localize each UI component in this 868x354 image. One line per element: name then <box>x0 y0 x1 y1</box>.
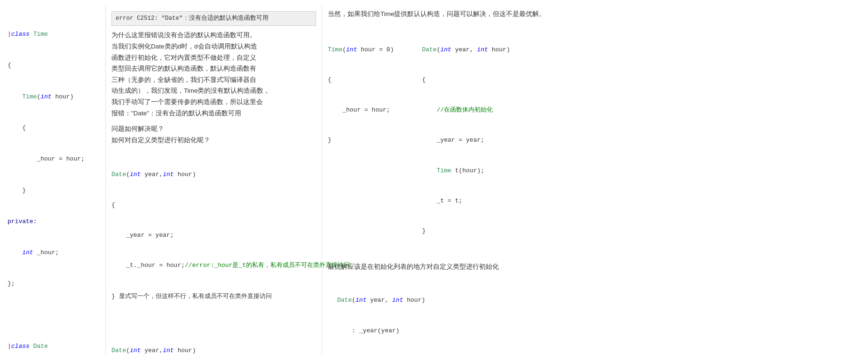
middle-panel: error C2512: "Date"：没有合适的默认构造函数可用 为什么这里报… <box>106 5 322 354</box>
code-block2: Date(int year,int hour) { 这样也不行， Error:类… <box>111 325 316 354</box>
code-block1: Date(int year,int hour) { _year = year; … <box>111 150 316 322</box>
error-box: error C2512: "Date"：没有合适的默认构造函数可用 <box>111 11 316 26</box>
question2: 如何对自定义类型进行初始化呢？ <box>111 135 316 146</box>
right-panel: 当然，如果我们给Time提供默认认构造，问题可以解决，但这不是最优解。 Time… <box>322 5 863 354</box>
best-solution-text: 最优解应该是在初始化列表的地方对自定义类型进行初始化 <box>328 261 858 273</box>
left-code-panel: |class Time { Time(int hour) { _hour = h… <box>5 5 106 354</box>
question1: 问题如何解决呢？ <box>111 123 316 135</box>
two-col-code: Time(int hour = 0) { _hour = hour; } Dat… <box>328 24 858 257</box>
code-right: Date(int year, int hour) { //在函数体内初始化 _y… <box>422 24 510 257</box>
intro-text: 当然，如果我们给Time提供默认认构造，问题可以解决，但这不是最优解。 <box>328 8 858 20</box>
explanation-text: 为什么这里报错说没有合适的默认构造函数可用。 当我们实例化Date类的d时，d会… <box>111 30 316 119</box>
code-left: Time(int hour = 0) { _hour = hour; } <box>328 24 394 257</box>
page-container: |class Time { Time(int hour) { _hour = h… <box>0 0 868 354</box>
code-best: Date(int year, int hour) : _year(year) ,… <box>337 275 858 354</box>
left-code-block: |class Time { Time(int hour) { _hour = h… <box>8 8 103 354</box>
